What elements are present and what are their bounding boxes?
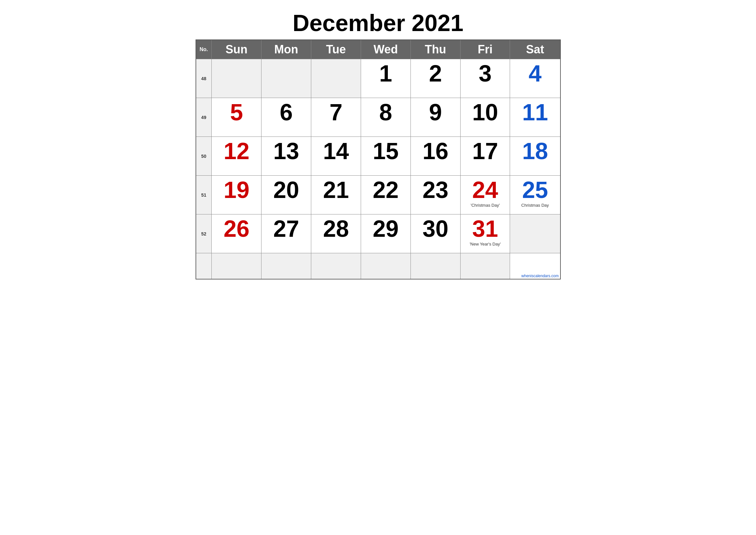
day-cell: 28: [311, 214, 361, 253]
header-row: No. Sun Mon Tue Wed Thu Fri Sat: [196, 40, 560, 59]
day-cell: 2: [411, 59, 460, 98]
day-cell: [311, 59, 361, 98]
week-row: 51192021222324'Christmas Day'25Christmas…: [196, 176, 560, 214]
day-cell: 29: [361, 214, 411, 253]
day-number: 17: [462, 139, 509, 163]
day-number: 27: [263, 217, 310, 240]
day-number: 20: [263, 178, 310, 202]
day-cell: 22: [361, 176, 411, 214]
day-cell: 4: [510, 59, 560, 98]
day-cell: 19: [212, 176, 261, 214]
day-number: 16: [412, 139, 459, 163]
day-cell: 5: [212, 98, 261, 137]
day-cell: 14: [311, 137, 361, 176]
day-number: 2: [412, 62, 459, 85]
week-row: 481234: [196, 59, 560, 98]
day-number: 1: [362, 62, 409, 85]
day-cell: 31'New Year's Day': [460, 214, 510, 253]
day-cell: 17: [460, 137, 510, 176]
day-number: 10: [462, 100, 509, 124]
day-cell: 26: [212, 214, 261, 253]
week-number: 49: [196, 98, 212, 137]
week-row: 49567891011: [196, 98, 560, 137]
day-number: 7: [312, 100, 360, 124]
day-cell: 15: [361, 137, 411, 176]
empty-cell: [411, 253, 460, 279]
week-number: 50: [196, 137, 212, 176]
day-number: 21: [312, 178, 360, 202]
day-number: 29: [362, 217, 409, 240]
day-number: 19: [213, 178, 260, 202]
day-number: 3: [462, 62, 509, 85]
empty-cell: wheniscalendars.com: [510, 253, 560, 279]
empty-cell: [361, 253, 411, 279]
day-number: 28: [312, 217, 360, 240]
day-number: 12: [213, 139, 260, 163]
day-number: 23: [412, 178, 459, 202]
day-number: 31: [462, 217, 509, 240]
header-thu: Thu: [411, 40, 460, 59]
day-cell: 24'Christmas Day': [460, 176, 510, 214]
header-sat: Sat: [510, 40, 560, 59]
day-cell: 30: [411, 214, 460, 253]
day-cell: 25Christmas Day: [510, 176, 560, 214]
empty-row: wheniscalendars.com: [196, 253, 560, 279]
day-number: 24: [462, 178, 509, 202]
day-cell: [261, 59, 311, 98]
day-number: 5: [213, 100, 260, 124]
day-cell: [510, 214, 560, 253]
empty-cell: [212, 253, 261, 279]
header-mon: Mon: [261, 40, 311, 59]
day-cell: 7: [311, 98, 361, 137]
empty-cell: [196, 253, 212, 279]
empty-cell: [261, 253, 311, 279]
no-header: No.: [196, 40, 212, 59]
day-number: 22: [362, 178, 409, 202]
day-cell: 10: [460, 98, 510, 137]
day-number: 26: [213, 217, 260, 240]
header-tue: Tue: [311, 40, 361, 59]
day-cell: 3: [460, 59, 510, 98]
day-cell: 11: [510, 98, 560, 137]
day-cell: 8: [361, 98, 411, 137]
week-number: 48: [196, 59, 212, 98]
day-cell: 16: [411, 137, 460, 176]
week-row: 52262728293031'New Year's Day': [196, 214, 560, 253]
day-cell: 13: [261, 137, 311, 176]
empty-cell: [311, 253, 361, 279]
calendar-table: No. Sun Mon Tue Wed Thu Fri Sat 48123449…: [196, 40, 561, 279]
calendar-title: December 2021: [196, 10, 561, 36]
day-number: 13: [263, 139, 310, 163]
day-cell: [212, 59, 261, 98]
calendar-container: December 2021 No. Sun Mon Tue Wed Thu Fr…: [189, 7, 567, 286]
day-cell: 9: [411, 98, 460, 137]
holiday-label: Christmas Day: [511, 203, 558, 208]
day-cell: 18: [510, 137, 560, 176]
day-cell: 27: [261, 214, 311, 253]
day-number: 9: [412, 100, 459, 124]
week-number: 51: [196, 176, 212, 214]
day-number: 14: [312, 139, 360, 163]
day-number: 4: [511, 62, 558, 85]
day-number: 15: [362, 139, 409, 163]
watermark-link[interactable]: wheniscalendars.com: [521, 274, 558, 278]
day-cell: 1: [361, 59, 411, 98]
day-cell: 6: [261, 98, 311, 137]
day-cell: 12: [212, 137, 261, 176]
header-fri: Fri: [460, 40, 510, 59]
header-sun: Sun: [212, 40, 261, 59]
day-number: 8: [362, 100, 409, 124]
day-number: 18: [511, 139, 558, 163]
day-cell: 23: [411, 176, 460, 214]
holiday-label: 'New Year's Day': [462, 241, 509, 246]
day-cell: 20: [261, 176, 311, 214]
holiday-label: 'Christmas Day': [462, 203, 509, 208]
week-number: 52: [196, 214, 212, 253]
day-cell: 21: [311, 176, 361, 214]
header-wed: Wed: [361, 40, 411, 59]
day-number: 6: [263, 100, 310, 124]
week-row: 5012131415161718: [196, 137, 560, 176]
empty-cell: [460, 253, 510, 279]
day-number: 30: [412, 217, 459, 240]
day-number: 25: [511, 178, 558, 202]
